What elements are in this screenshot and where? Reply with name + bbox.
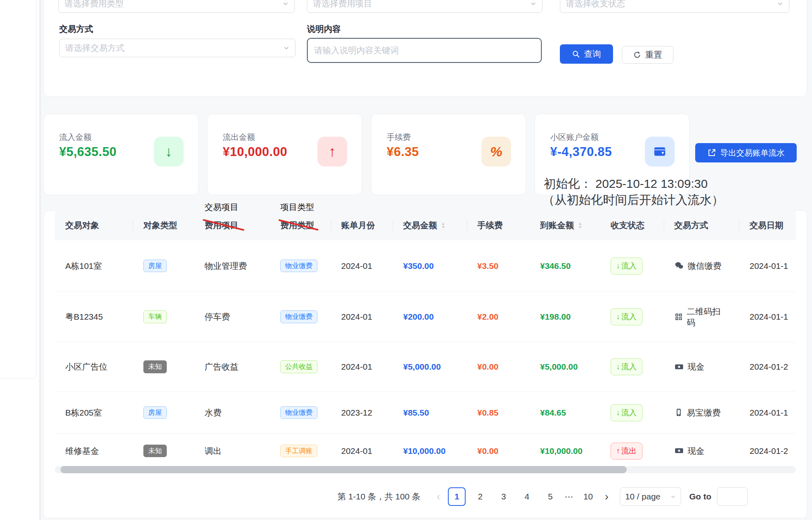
arrow-up-icon: ↑ xyxy=(616,447,620,456)
inflow-value: ¥5,635.50 xyxy=(59,145,116,159)
cell-target: 粤B12345 xyxy=(55,292,133,342)
header-amount-label: 交易金额 xyxy=(403,220,437,231)
desc-label: 说明内容 xyxy=(307,23,341,35)
cell-target: B栋205室 xyxy=(55,392,133,434)
status-badge: ↓流入 xyxy=(611,404,642,421)
cell-received: ¥346.50 xyxy=(540,261,571,270)
cell-method: 现金 xyxy=(674,445,739,456)
cell-target: 小区广告位 xyxy=(55,342,133,392)
fee-type-tag: 物业缴费 xyxy=(280,310,317,323)
header-received[interactable]: 到账金额 ▲▼ xyxy=(530,210,600,240)
arrow-down-icon: ↓ xyxy=(154,137,184,166)
page-4[interactable]: 4 xyxy=(518,487,536,506)
outflow-value: ¥10,000.00 xyxy=(223,145,287,159)
sort-icon[interactable]: ▲▼ xyxy=(441,222,445,229)
horizontal-scrollbar-thumb[interactable] xyxy=(60,466,627,473)
method-label: 易宝缴费 xyxy=(687,407,721,418)
arrow-down-icon: ↓ xyxy=(616,312,620,321)
cell-item: 水费 xyxy=(194,392,270,434)
header-target-type: 对象类型 xyxy=(133,210,194,240)
cell-method: 易宝缴费 xyxy=(674,407,739,418)
wechat-icon xyxy=(674,261,684,270)
inflow-card: 流入金额 ¥5,635.50 ↓ xyxy=(44,114,199,195)
status-label: 流出 xyxy=(621,446,637,456)
ellipsis-icon[interactable]: ••• xyxy=(565,493,574,500)
goto-page-input[interactable] xyxy=(717,487,748,506)
sort-icon[interactable]: ▲▼ xyxy=(578,222,582,229)
fee-type-select[interactable]: 请选择费用类型 xyxy=(58,0,295,13)
prev-page-icon[interactable]: ‹ xyxy=(431,491,445,503)
target-type-tag: 未知 xyxy=(143,445,167,457)
method-placeholder: 请选择交易方式 xyxy=(65,42,124,54)
target-type-tag: 车辆 xyxy=(143,310,167,323)
cell-method: 二维码扫码 xyxy=(674,306,739,328)
fee-type-placeholder: 请选择费用类型 xyxy=(64,0,124,9)
reset-button[interactable]: 重置 xyxy=(622,46,673,64)
init-note-text: （从初始化时间后开始计入流水） xyxy=(543,192,724,208)
fee-item-placeholder: 请选择费用项目 xyxy=(313,0,372,9)
method-label: 二维码扫码 xyxy=(687,306,724,328)
header-received-label: 到账金额 xyxy=(540,220,574,231)
table-row: 小区广告位 未知 广告收益 公共收益 2024-01 ¥5,000.00 ¥0.… xyxy=(55,342,796,392)
cell-date: 2024-01-2 xyxy=(739,342,796,392)
cell-month: 2024-01 xyxy=(331,434,393,465)
header-fee: 手续费 xyxy=(467,210,530,240)
page-5[interactable]: 5 xyxy=(541,487,559,506)
status-badge: ↓流入 xyxy=(611,308,642,325)
cash-icon xyxy=(674,362,684,372)
cell-item: 停车费 xyxy=(194,292,270,342)
qr-code-icon xyxy=(674,312,683,321)
page-1[interactable]: 1 xyxy=(448,487,466,506)
chevron-down-icon xyxy=(777,0,783,7)
init-time-text: 初始化： 2025-10-12 13:09:30 xyxy=(544,176,708,192)
status-badge: ↓流入 xyxy=(611,258,642,275)
cell-month: 2024-01 xyxy=(331,342,393,392)
chevron-down-icon xyxy=(283,45,290,51)
cell-method: 现金 xyxy=(674,361,739,372)
cell-amount: ¥200.00 xyxy=(403,312,434,321)
header-amount[interactable]: 交易金额 ▲▼ xyxy=(393,210,467,240)
cell-amount: ¥5,000.00 xyxy=(403,362,441,371)
header-target: 交易对象 xyxy=(55,210,133,240)
inflow-label: 流入金额 xyxy=(59,132,91,143)
status-select[interactable]: 请选择收支状态 xyxy=(560,0,789,13)
cash-icon xyxy=(674,446,684,456)
cell-fee: ¥0.85 xyxy=(477,408,499,417)
header-bill-month: 账单月份 xyxy=(331,210,393,240)
page-2[interactable]: 2 xyxy=(471,487,489,506)
table-row: B栋205室 房屋 水费 物业缴费 2023-12 ¥85.50 ¥0.85 ¥… xyxy=(55,392,796,434)
status-label: 流入 xyxy=(621,362,637,372)
next-page-icon[interactable]: › xyxy=(600,491,613,503)
fee-type-tag: 手工调账 xyxy=(280,445,317,457)
method-select[interactable]: 请选择交易方式 xyxy=(59,39,296,57)
chevron-down-icon xyxy=(530,0,536,7)
cell-month: 2024-01 xyxy=(331,292,393,342)
cell-target: A栋101室 xyxy=(55,240,133,292)
account-value: ¥-4,370.85 xyxy=(550,145,612,159)
cell-received: ¥5,000.00 xyxy=(540,362,578,371)
status-placeholder: 请选择收支状态 xyxy=(566,0,625,9)
header-fee-item: 费用项目 xyxy=(194,210,270,240)
fee-type-tag: 物业缴费 xyxy=(280,260,317,272)
goto-label: Go to xyxy=(689,492,711,501)
search-button[interactable]: 查询 xyxy=(560,44,613,64)
export-icon xyxy=(707,148,716,157)
page-size-select[interactable]: 10 / page xyxy=(620,487,681,506)
cell-amount: ¥85.50 xyxy=(403,408,429,417)
method-label: 交易方式 xyxy=(59,23,93,35)
fee-value: ¥6.35 xyxy=(387,145,419,159)
export-button[interactable]: 导出交易账单流水 xyxy=(695,143,797,162)
pagination: 第 1-10 条，共 100 条 ‹ 1 2 3 4 5 ••• 10 › 10… xyxy=(338,487,748,506)
fee-card: 手续费 ¥6.35 % xyxy=(371,114,526,195)
fee-item-select[interactable]: 请选择费用项目 xyxy=(307,0,543,13)
transactions-table-wrap: 交易对象 对象类型 费用项目 费用类型 账单月份 交易金额 ▲▼ 手续费 到账金… xyxy=(55,210,796,465)
transactions-table: 交易对象 对象类型 费用项目 费用类型 账单月份 交易金额 ▲▼ 手续费 到账金… xyxy=(55,210,796,465)
cell-fee: ¥0.00 xyxy=(477,446,499,456)
fee-type-tag: 物业缴费 xyxy=(280,406,317,419)
page-10[interactable]: 10 xyxy=(579,487,597,506)
status-label: 流入 xyxy=(621,261,637,271)
desc-input[interactable] xyxy=(307,38,542,63)
status-label: 流入 xyxy=(621,312,637,322)
page-3[interactable]: 3 xyxy=(495,487,512,506)
cell-amount: ¥350.00 xyxy=(403,261,434,270)
